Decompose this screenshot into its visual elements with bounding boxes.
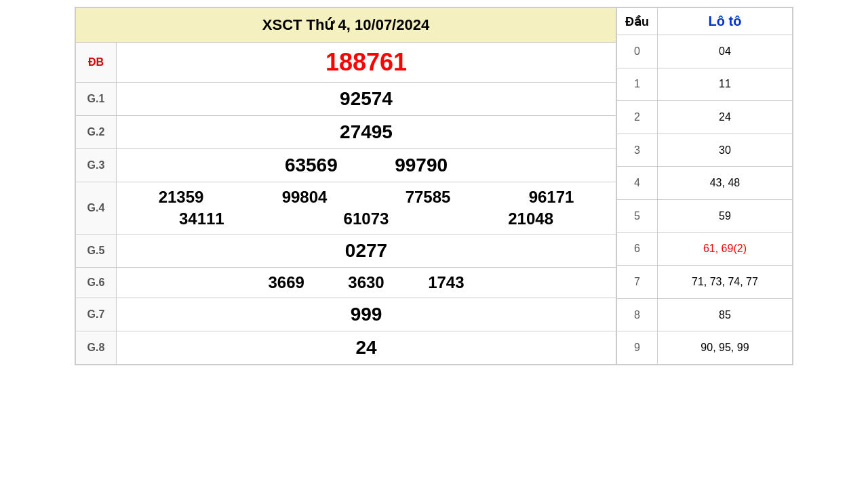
loto-dau: 8	[617, 298, 658, 331]
loto-dau: 0	[617, 35, 658, 68]
prize-g7-row: G.7 999	[76, 298, 616, 331]
loto-dau: 4	[617, 167, 658, 200]
prize-g7-value: 999	[117, 298, 616, 331]
prize-g2-label: G.2	[76, 116, 117, 149]
prize-g3-values: 63569 99790	[117, 149, 616, 182]
table-title: XSCT Thứ 4, 10/07/2024	[76, 8, 616, 43]
prize-table: XSCT Thứ 4, 10/07/2024 ĐB 188761 G.1 925…	[75, 7, 616, 365]
prize-g4-row: G.4 21359 99804 77585 96171 34111 61073 …	[76, 182, 616, 235]
loto-dau: 5	[617, 199, 658, 232]
loto-dau: 2	[617, 101, 658, 134]
prize-g1-value: 92574	[117, 83, 616, 116]
loto-value: 43, 48	[657, 167, 792, 200]
loto-row: 443, 48	[617, 167, 793, 200]
loto-row: 771, 73, 74, 77	[617, 266, 793, 299]
loto-value: 30	[657, 134, 792, 167]
prize-g2-value: 27495	[117, 116, 616, 149]
loto-table: Đầu Lô tô 004111224330443, 48559661, 69(…	[616, 7, 793, 365]
loto-row: 004	[617, 35, 793, 68]
loto-value: 71, 73, 74, 77	[657, 266, 792, 299]
loto-row: 661, 69(2)	[617, 232, 793, 266]
prize-g1-label: G.1	[76, 83, 117, 116]
loto-value: 85	[657, 298, 792, 331]
prize-g5-row: G.5 0277	[76, 235, 616, 268]
prize-g3-label: G.3	[76, 149, 117, 182]
prize-g5-value: 0277	[117, 235, 616, 268]
prize-g5-label: G.5	[76, 235, 117, 268]
prize-g6-label: G.6	[76, 268, 117, 298]
loto-value: 11	[657, 68, 792, 101]
loto-header-dau: Đầu	[617, 8, 658, 35]
loto-row: 559	[617, 199, 793, 232]
main-container: XSCT Thứ 4, 10/07/2024 ĐB 188761 G.1 925…	[75, 7, 793, 365]
prize-g6-row: G.6 3669 3630 1743	[76, 268, 616, 298]
loto-value: 24	[657, 101, 792, 134]
prize-g7-label: G.7	[76, 298, 117, 331]
prize-db-value: 188761	[117, 43, 616, 83]
loto-value: 04	[657, 35, 792, 68]
loto-header-loto: Lô tô	[657, 8, 792, 35]
prize-g4-values: 21359 99804 77585 96171 34111 61073 2104…	[117, 182, 616, 235]
prize-g2-row: G.2 27495	[76, 116, 616, 149]
prize-db-label: ĐB	[76, 43, 117, 83]
loto-dau: 9	[617, 331, 658, 365]
prize-g8-row: G.8 24	[76, 331, 616, 365]
loto-row: 885	[617, 298, 793, 331]
loto-value: 90, 95, 99	[657, 331, 792, 365]
loto-row: 330	[617, 134, 793, 167]
prize-db-row: ĐB 188761	[76, 43, 616, 83]
prize-g8-label: G.8	[76, 331, 117, 365]
loto-dau: 6	[617, 232, 658, 266]
prize-g6-values: 3669 3630 1743	[117, 268, 616, 298]
loto-value: 61, 69(2)	[657, 232, 792, 266]
loto-row: 224	[617, 101, 793, 134]
loto-row: 111	[617, 68, 793, 101]
loto-dau: 1	[617, 68, 658, 101]
prize-g3-row: G.3 63569 99790	[76, 149, 616, 182]
prize-g4-label: G.4	[76, 182, 117, 235]
prize-g1-row: G.1 92574	[76, 83, 616, 116]
loto-value: 59	[657, 199, 792, 232]
loto-dau: 7	[617, 266, 658, 299]
loto-dau: 3	[617, 134, 658, 167]
loto-row: 990, 95, 99	[617, 331, 793, 365]
prize-g8-value: 24	[117, 331, 616, 365]
